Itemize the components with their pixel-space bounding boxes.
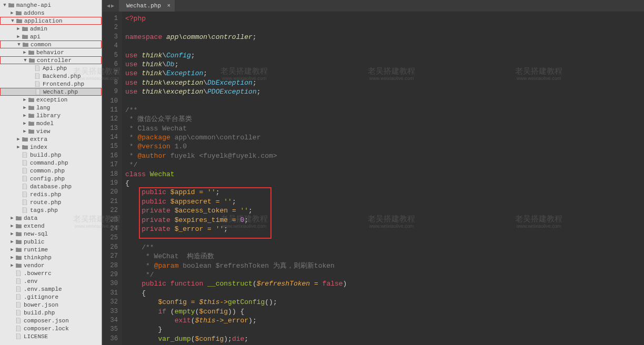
- code-line[interactable]: * @param boolean $refreshToken 为真，则刷新tok…: [125, 261, 644, 270]
- folder-admin[interactable]: ▶admin: [0, 25, 102, 33]
- expand-arrow-icon[interactable]: ▶: [9, 223, 15, 229]
- expand-arrow-icon[interactable]: ▶: [9, 215, 15, 221]
- expand-arrow-icon[interactable]: ▼: [10, 18, 15, 24]
- code-line[interactable]: [125, 23, 644, 32]
- code-line[interactable]: [125, 234, 644, 242]
- tab-wechat-php[interactable]: Wechat.php ×: [119, 0, 175, 12]
- file--env[interactable]: .env: [0, 277, 102, 285]
- code-line[interactable]: * @version 1.0: [125, 142, 644, 151]
- file--bowerrc[interactable]: .bowerrc: [0, 269, 102, 277]
- expand-arrow-icon[interactable]: ▶: [22, 49, 27, 55]
- code-line[interactable]: if (empty($config)) {: [125, 307, 644, 316]
- file-build-php[interactable]: build.php: [0, 151, 102, 159]
- code-line[interactable]: * Class Wechat: [125, 124, 644, 133]
- code-line[interactable]: /**: [125, 106, 644, 115]
- expand-arrow-icon[interactable]: ▶: [16, 136, 21, 142]
- file-config-php[interactable]: config.php: [0, 175, 102, 182]
- expand-arrow-icon[interactable]: ▶: [22, 113, 27, 118]
- folder-data[interactable]: ▶data: [0, 214, 102, 222]
- code-line[interactable]: private $_error = '';: [125, 225, 644, 234]
- file--env-sample[interactable]: .env.sample: [0, 285, 102, 293]
- close-icon[interactable]: ×: [167, 3, 170, 9]
- code-line[interactable]: [125, 42, 644, 50]
- folder-public[interactable]: ▶public: [0, 238, 102, 246]
- code-line[interactable]: class Wechat: [125, 170, 644, 179]
- file-license[interactable]: LICENSE: [0, 332, 102, 340]
- folder-extra[interactable]: ▶extra: [0, 135, 102, 143]
- code-line[interactable]: private $access_token = '';: [125, 206, 644, 215]
- file-api-php[interactable]: Api.php: [0, 64, 102, 72]
- code-line[interactable]: use think\Db;: [125, 60, 644, 69]
- folder-exception[interactable]: ▶exception: [0, 96, 102, 104]
- folder-common[interactable]: ▼common: [0, 40, 102, 48]
- expand-arrow-icon[interactable]: ▶: [9, 239, 15, 245]
- tab-nav-left-icon[interactable]: ◀: [107, 3, 110, 9]
- expand-arrow-icon[interactable]: ▶: [9, 10, 15, 16]
- folder-index[interactable]: ▶index: [0, 143, 102, 151]
- expand-arrow-icon[interactable]: ▶: [22, 120, 27, 126]
- expand-arrow-icon[interactable]: ▼: [2, 3, 7, 8]
- code-line[interactable]: {: [125, 179, 644, 188]
- code-line[interactable]: * WeChat 构造函数: [125, 252, 644, 261]
- code-area[interactable]: 1234567891011121314151617181920212223242…: [102, 12, 644, 345]
- code-line[interactable]: private $expires_time = 0;: [125, 216, 644, 225]
- file--gitignore[interactable]: .gitignore: [0, 293, 102, 301]
- code-line[interactable]: [125, 97, 644, 106]
- code-line[interactable]: var_dump($config);die;: [125, 334, 644, 343]
- expand-arrow-icon[interactable]: ▶: [22, 97, 27, 103]
- code-line[interactable]: exit($this->_error);: [125, 316, 644, 325]
- file-build-php[interactable]: build.php: [0, 309, 102, 317]
- folder-vendor[interactable]: ▶vendor: [0, 261, 102, 269]
- file-common-php[interactable]: common.php: [0, 167, 102, 175]
- expand-arrow-icon[interactable]: ▼: [23, 58, 28, 63]
- file-frontend-php[interactable]: Frontend.php: [0, 80, 102, 88]
- file-tags-php[interactable]: tags.php: [0, 206, 102, 214]
- file-wechat-php[interactable]: Wechat.php: [0, 88, 102, 96]
- folder-controller[interactable]: ▼controller: [0, 56, 102, 64]
- code-line[interactable]: use think\exception\PDOException;: [125, 87, 644, 96]
- code-line[interactable]: use think\Config;: [125, 51, 644, 60]
- folder-runtime[interactable]: ▶runtime: [0, 246, 102, 253]
- folder-addons[interactable]: ▶addons: [0, 9, 102, 17]
- tab-nav-arrows[interactable]: ◀ ▶: [102, 0, 119, 12]
- code-line[interactable]: * 微信公众平台基类: [125, 115, 644, 124]
- folder-extend[interactable]: ▶extend: [0, 222, 102, 230]
- folder-library[interactable]: ▶library: [0, 111, 102, 119]
- folder-new-sql[interactable]: ▶new-sql: [0, 230, 102, 238]
- expand-arrow-icon[interactable]: ▶: [22, 105, 27, 110]
- code-line[interactable]: public function __construct($refreshToke…: [125, 279, 644, 288]
- expand-arrow-icon[interactable]: ▶: [22, 128, 27, 134]
- file-redis-php[interactable]: redis.php: [0, 190, 102, 198]
- file-composer-lock[interactable]: composer.lock: [0, 324, 102, 332]
- file-backend-php[interactable]: Backend.php: [0, 72, 102, 80]
- expand-arrow-icon[interactable]: ▶: [16, 26, 21, 32]
- expand-arrow-icon[interactable]: ▶: [9, 231, 15, 237]
- code-line[interactable]: */: [125, 160, 644, 169]
- code-line[interactable]: namespace app\common\controller;: [125, 33, 644, 42]
- folder-thinkphp[interactable]: ▶thinkphp: [0, 253, 102, 261]
- expand-arrow-icon[interactable]: ▼: [16, 42, 22, 47]
- code-line[interactable]: {: [125, 289, 644, 298]
- expand-arrow-icon[interactable]: ▶: [16, 34, 21, 39]
- code-line[interactable]: /**: [125, 243, 644, 252]
- expand-arrow-icon[interactable]: ▶: [9, 247, 15, 252]
- folder-application[interactable]: ▼application: [0, 17, 102, 25]
- code-line[interactable]: <?php: [125, 14, 644, 23]
- folder-behavior[interactable]: ▶behavior: [0, 48, 102, 56]
- file-composer-json[interactable]: composer.json: [0, 317, 102, 324]
- tab-nav-right-icon[interactable]: ▶: [111, 3, 114, 9]
- file-route-php[interactable]: route.php: [0, 198, 102, 206]
- folder-view[interactable]: ▶view: [0, 127, 102, 135]
- code-content[interactable]: <?phpnamespace app\common\controller;use…: [122, 12, 644, 345]
- code-line[interactable]: * @package app\common\controller: [125, 133, 644, 142]
- file-tree-sidebar[interactable]: ▼manghe-api▶addons▼application▶admin▶api…: [0, 0, 102, 345]
- code-line[interactable]: use think\exception\DbException;: [125, 78, 644, 87]
- expand-arrow-icon[interactable]: ▶: [9, 262, 15, 268]
- file-command-php[interactable]: command.php: [0, 159, 102, 167]
- code-line[interactable]: use think\Exception;: [125, 69, 644, 78]
- expand-arrow-icon[interactable]: ▶: [9, 255, 15, 260]
- folder-lang[interactable]: ▶lang: [0, 104, 102, 111]
- folder-model[interactable]: ▶model: [0, 119, 102, 127]
- file-bower-json[interactable]: bower.json: [0, 301, 102, 309]
- code-line[interactable]: $config = $this->getConfig();: [125, 298, 644, 307]
